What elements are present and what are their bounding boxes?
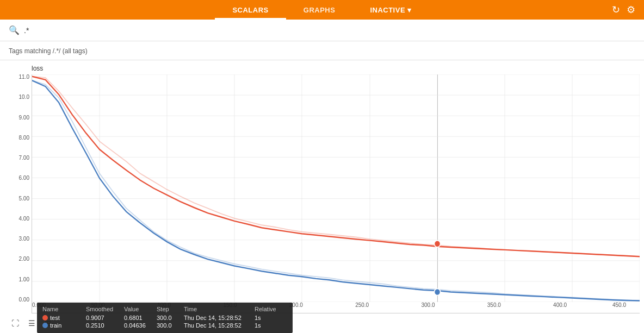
col-step: Step [157, 306, 184, 312]
x-label-350: 350.0 [487, 302, 501, 308]
y-axis: 11.0 10.0 9.00 8.00 7.00 6.00 5.00 4.00 … [4, 74, 32, 313]
y-label-3: 3.00 [19, 236, 29, 242]
y-label-11: 11.0 [19, 74, 29, 80]
tab-scalars-label: SCALARS [232, 6, 268, 14]
y-label-1: 1.00 [19, 277, 29, 282]
y-label-8: 8.00 [19, 135, 29, 141]
test-relative: 1s [255, 315, 287, 321]
y-label-10: 10.0 [19, 95, 29, 100]
inactive-dropdown[interactable]: INACTIVE ▾ [352, 0, 429, 20]
train-smoothed: 0.2510 [86, 322, 124, 329]
refresh-icon[interactable]: ↻ [612, 4, 620, 16]
test-time: Thu Dec 14, 15:28:52 [184, 315, 255, 321]
search-input[interactable] [24, 26, 635, 35]
y-label-5: 5.00 [19, 196, 29, 202]
tags-section: Tags matching /.*/ (all tags) [0, 41, 644, 60]
header-tabs: SCALARS GRAPHS INACTIVE ▾ [215, 0, 429, 20]
tooltip-box: Name Smoothed Value Step Time Relative t… [37, 303, 293, 333]
train-time: Thu Dec 14, 15:28:52 [184, 322, 255, 329]
inactive-label: INACTIVE [370, 6, 405, 14]
test-name: test [50, 315, 60, 321]
train-dot [42, 323, 48, 328]
tags-label: Tags matching /.*/ (all tags) [9, 47, 88, 55]
col-name: Name [42, 306, 86, 312]
y-label-9: 9.00 [19, 115, 29, 121]
tab-scalars[interactable]: SCALARS [215, 0, 286, 20]
tooltip-header: Name Smoothed Value Step Time Relative [42, 306, 287, 312]
y-label-0: 0.00 [19, 297, 29, 303]
tab-graphs[interactable]: GRAPHS [286, 0, 353, 20]
x-label-400: 400.0 [553, 302, 567, 308]
tooltip-row-test: test 0.9007 0.6801 300.0 Thu Dec 14, 15:… [42, 315, 287, 321]
train-step: 300.0 [157, 322, 184, 329]
svg-point-21 [434, 241, 440, 247]
tooltip-row-train: train 0.2510 0.04636 300.0 Thu Dec 14, 1… [42, 322, 287, 329]
list-button[interactable]: ☰ [25, 317, 38, 330]
x-label-250: 250.0 [355, 302, 369, 308]
x-label-300: 300.0 [421, 302, 435, 308]
train-value: 0.04636 [124, 322, 157, 329]
settings-icon[interactable]: ⚙ [627, 4, 635, 16]
main-content: 🔍 Tags matching /.*/ (all tags) loss 11.… [0, 20, 644, 333]
chart-inner[interactable]: 0.000 50.00 100.0 150.0 200.0 250.0 300.… [32, 74, 640, 313]
header-right: ↻ ⚙ [612, 4, 635, 16]
test-step: 300.0 [157, 315, 184, 321]
col-smoothed: Smoothed [86, 306, 124, 312]
chart-container: 11.0 10.0 9.00 8.00 7.00 6.00 5.00 4.00 … [4, 74, 640, 313]
col-relative: Relative [255, 306, 287, 312]
y-label-7: 7.00 [19, 155, 29, 161]
bottom-toolbar: ⛶ ☰ ⊞ Name Smoothed Value Step Time Rela… [4, 313, 640, 333]
test-value: 0.6801 [124, 315, 157, 321]
chart-wrapper: loss 11.0 10.0 9.00 8.00 7.00 6.00 5.00 … [0, 60, 644, 333]
search-icon: 🔍 [9, 25, 20, 35]
y-label-4: 4.00 [19, 216, 29, 222]
chart-title: loss [4, 65, 640, 72]
search-bar: 🔍 [0, 20, 644, 41]
svg-point-22 [434, 288, 440, 295]
col-time: Time [184, 306, 255, 312]
tab-graphs-label: GRAPHS [304, 6, 336, 14]
test-smoothed: 0.9007 [86, 315, 124, 321]
chart-svg [32, 74, 640, 302]
col-value: Value [124, 306, 157, 312]
train-relative: 1s [255, 322, 287, 329]
test-dot [42, 315, 48, 321]
chevron-down-icon: ▾ [407, 6, 412, 14]
test-name-cell: test [42, 315, 86, 321]
fit-button[interactable]: ⛶ [9, 317, 22, 330]
y-label-2: 2.00 [19, 256, 29, 262]
y-label-6: 6.00 [19, 175, 29, 181]
train-name: train [50, 322, 61, 329]
train-name-cell: train [42, 322, 86, 329]
x-label-450: 450.0 [612, 302, 626, 308]
header: SCALARS GRAPHS INACTIVE ▾ ↻ ⚙ [0, 0, 644, 20]
